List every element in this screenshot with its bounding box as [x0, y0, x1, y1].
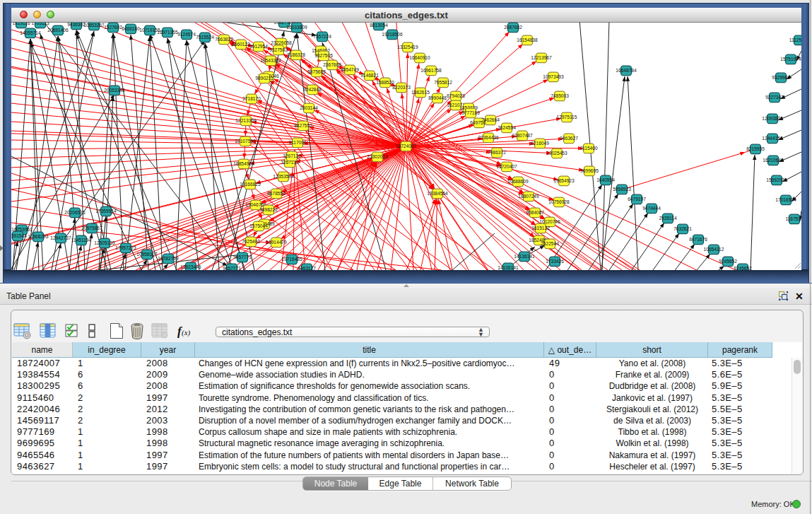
svg-text:19384554: 19384554 [427, 191, 448, 196]
svg-text:20975867: 20975867 [81, 226, 102, 230]
svg-text:1362615: 1362615 [411, 90, 430, 95]
svg-text:2718170: 2718170 [242, 96, 261, 101]
svg-text:23226058: 23226058 [271, 40, 292, 45]
svg-text:12505135: 12505135 [94, 240, 115, 245]
svg-text:9699695: 9699695 [580, 168, 599, 173]
svg-text:2087682: 2087682 [504, 25, 522, 30]
svg-text:12093872: 12093872 [762, 116, 783, 121]
svg-text:8471676: 8471676 [689, 237, 707, 242]
svg-text:7515524: 7515524 [196, 35, 214, 40]
svg-text:16782759: 16782759 [158, 256, 179, 261]
svg-text:8220373: 8220373 [392, 85, 411, 90]
svg-text:8912954: 8912954 [249, 44, 268, 49]
svg-text:12975115: 12975115 [557, 115, 577, 119]
svg-text:18724007: 18724007 [396, 144, 417, 148]
svg-text:19716485: 19716485 [281, 257, 302, 262]
svg-text:7986372: 7986372 [488, 150, 506, 155]
svg-text:9436302: 9436302 [67, 22, 86, 27]
svg-text:14136141: 14136141 [498, 265, 519, 270]
svg-text:8186328: 8186328 [287, 52, 305, 57]
svg-text:18807249: 18807249 [518, 194, 539, 199]
svg-text:8660123: 8660123 [232, 42, 250, 47]
svg-text:5958923: 5958923 [613, 187, 631, 192]
svg-text:2522544: 2522544 [541, 241, 559, 246]
svg-text:14136141: 14136141 [514, 254, 535, 259]
svg-text:9890211: 9890211 [255, 76, 273, 81]
svg-text:12213967: 12213967 [531, 55, 552, 60]
svg-text:12942737: 12942737 [50, 235, 71, 240]
svg-text:11125419: 11125419 [789, 37, 810, 42]
svg-text:7955812: 7955812 [434, 80, 452, 85]
svg-text:1733426: 1733426 [546, 259, 564, 264]
svg-text:9657771: 9657771 [223, 266, 241, 271]
svg-text:5875685: 5875685 [307, 69, 326, 74]
svg-text:8215955: 8215955 [746, 146, 765, 151]
svg-text:23302013: 23302013 [367, 154, 388, 159]
svg-text:1615132: 1615132 [531, 226, 550, 230]
svg-text:12923446: 12923446 [180, 264, 201, 269]
svg-text:19166825: 19166825 [240, 182, 261, 187]
svg-text:1705113: 1705113 [31, 21, 49, 25]
svg-text:1167533: 1167533 [785, 216, 804, 221]
svg-text:2935114: 2935114 [659, 216, 677, 221]
svg-text:1527602: 1527602 [104, 25, 122, 30]
svg-text:20691406: 20691406 [47, 28, 69, 33]
svg-text:8990448: 8990448 [428, 95, 447, 100]
svg-text:9227342: 9227342 [765, 95, 784, 100]
svg-text:8454749: 8454749 [341, 67, 359, 72]
svg-text:10025453: 10025453 [546, 151, 567, 156]
svg-text:9327503: 9327503 [269, 47, 288, 52]
svg-text:10654112: 10654112 [704, 247, 724, 252]
svg-text:10756928: 10756928 [548, 199, 570, 204]
svg-text:7632621: 7632621 [673, 226, 692, 231]
svg-text:1919116: 1919116 [12, 21, 30, 25]
svg-text:12213369: 12213369 [235, 118, 257, 123]
svg-text:19218506: 19218506 [382, 32, 403, 37]
svg-text:1588520: 1588520 [376, 80, 394, 85]
svg-text:8463127: 8463127 [298, 266, 316, 271]
svg-text:20053346: 20053346 [104, 88, 125, 93]
svg-text:3624554: 3624554 [498, 125, 516, 130]
svg-text:8391544: 8391544 [8, 233, 27, 238]
svg-text:10807487: 10807487 [512, 133, 533, 138]
svg-text:12353594: 12353594 [273, 174, 294, 179]
svg-text:6216049: 6216049 [531, 141, 549, 146]
svg-text:16640910: 16640910 [409, 55, 430, 60]
svg-text:3267130: 3267130 [283, 153, 301, 158]
svg-text:10688609: 10688609 [507, 179, 529, 184]
svg-text:9124574: 9124574 [177, 32, 196, 37]
svg-text:9327505: 9327505 [314, 53, 333, 58]
svg-text:15720407: 15720407 [496, 164, 517, 169]
svg-text:8678552: 8678552 [267, 191, 286, 196]
svg-text:16648784: 16648784 [616, 68, 637, 73]
svg-text:19654923: 19654923 [553, 178, 575, 183]
svg-text:9242848: 9242848 [303, 87, 322, 92]
svg-text:10653267: 10653267 [83, 23, 105, 28]
svg-text:14055714: 14055714 [20, 30, 41, 35]
svg-text:2367608: 2367608 [323, 62, 341, 67]
svg-text:9084067: 9084067 [526, 210, 544, 215]
svg-text:10958107: 10958107 [136, 252, 158, 257]
svg-text:9463627: 9463627 [560, 136, 578, 141]
svg-text:9777169: 9777169 [461, 110, 480, 115]
svg-text:1575044: 1575044 [249, 223, 268, 228]
svg-text:10973493: 10973493 [543, 74, 564, 79]
svg-text:16210643: 16210643 [763, 158, 784, 163]
svg-text:10107553: 10107553 [235, 139, 256, 144]
svg-text:11568293: 11568293 [28, 234, 49, 239]
svg-text:16854904: 16854904 [233, 161, 254, 166]
svg-text:20364436: 20364436 [478, 135, 499, 140]
svg-text:9146821: 9146821 [360, 73, 379, 78]
svg-text:9474444: 9474444 [642, 206, 661, 211]
svg-text:17359914: 17359914 [95, 209, 117, 214]
svg-text:7485003: 7485003 [551, 93, 569, 98]
svg-text:17016504: 17016504 [775, 197, 796, 202]
svg-text:11451194: 11451194 [71, 238, 92, 243]
svg-text:6466160: 6466160 [122, 26, 140, 31]
svg-text:2803144: 2803144 [300, 105, 318, 110]
svg-text:3498222: 3498222 [259, 207, 278, 212]
svg-text:17957223: 17957223 [115, 245, 136, 250]
svg-text:16971355: 16971355 [157, 30, 178, 35]
svg-text:9245652: 9245652 [719, 259, 737, 264]
svg-text:16154838: 16154838 [517, 37, 538, 42]
